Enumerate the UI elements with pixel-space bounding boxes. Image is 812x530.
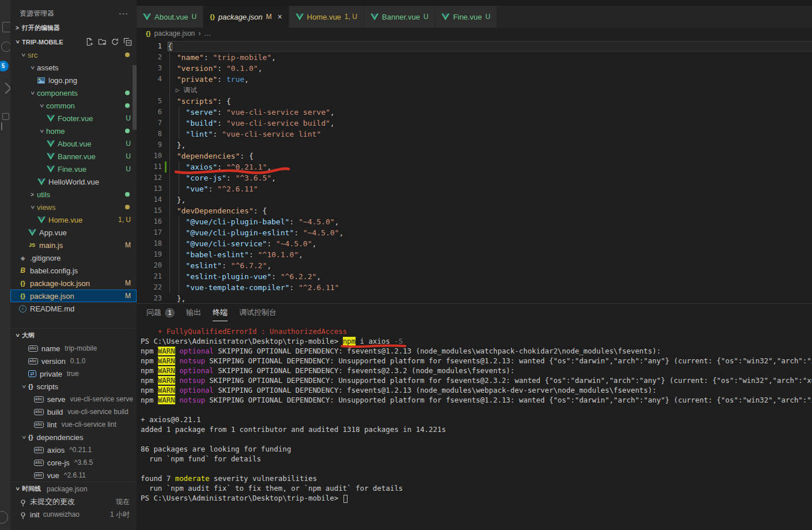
- tree-item-package-lock.json[interactable]: {}package-lock.jsonM: [10, 277, 137, 290]
- code-line-1[interactable]: 1{: [137, 41, 812, 52]
- outline-key: build: [47, 408, 63, 416]
- sidebar-scrollbar[interactable]: [133, 65, 137, 130]
- code-line-5[interactable]: 5 "scripts": {: [137, 96, 812, 107]
- panel-tab-输出[interactable]: 输出: [186, 304, 201, 321]
- tab-about-vue[interactable]: About.vueU: [137, 6, 203, 28]
- code-line-15[interactable]: 15 "devDependencies": {: [137, 205, 812, 216]
- tree-item-package.json[interactable]: {}package.jsonM: [10, 290, 137, 302]
- project-section-header[interactable]: > TRIP-MOBILE: [10, 35, 137, 48]
- code-line-18[interactable]: 18 "@vue/cli-service": "~4.5.0",: [137, 238, 812, 249]
- code-editor[interactable]: 1{2 "name": "trip-mobile",3 "version": "…: [137, 39, 812, 303]
- code-line-10[interactable]: 10 "dependencies": {: [137, 151, 812, 161]
- panel-tab-问题[interactable]: 问题1: [146, 304, 175, 321]
- activity-bar[interactable]: 5: [0, 0, 10, 530]
- tree-item-main.js[interactable]: JSmain.jsM: [10, 239, 137, 251]
- tree-item-readme.md[interactable]: iREADME.md: [10, 302, 137, 315]
- explorer-icon[interactable]: [2, 22, 10, 32]
- code-line-12[interactable]: 12 "core-js": "^3.6.5",: [137, 172, 812, 183]
- run-debug-icon[interactable]: [0, 82, 10, 94]
- breadcrumb[interactable]: {} package.json › …: [137, 28, 812, 39]
- tab-banner-vue[interactable]: Banner.vueU: [364, 6, 435, 28]
- collapse-all-icon[interactable]: [123, 37, 132, 46]
- tree-item-footer.vue[interactable]: Footer.vueU: [10, 112, 137, 125]
- views-more-icon[interactable]: ···: [119, 9, 129, 18]
- tree-item-home.vue[interactable]: Home.vue1, U: [10, 213, 137, 226]
- outline-item-dependencies[interactable]: >{}dependencies: [10, 431, 137, 443]
- tree-item-views[interactable]: >views: [10, 201, 137, 213]
- code-line-8[interactable]: 8 "lint": "vue-cli-service lint": [137, 129, 812, 140]
- code-line-13[interactable]: 13 "vue": "^2.6.11": [137, 183, 812, 194]
- codelens-row[interactable]: ▷ 调试: [137, 85, 812, 96]
- gutter-modified-indicator: [165, 161, 167, 172]
- code-line-7[interactable]: 7 "build": "vue-cli-service build",: [137, 118, 812, 129]
- tree-item-src[interactable]: >src: [10, 48, 137, 61]
- timeline-item[interactable]: 未提交的更改现在: [10, 495, 137, 508]
- tree-item-components[interactable]: >components: [10, 87, 137, 99]
- code-line-16[interactable]: 16 "@vue/cli-plugin-babel": "~4.5.0",: [137, 216, 812, 227]
- code-line-19[interactable]: 19 "babel-eslint": "^10.1.0",: [137, 249, 812, 260]
- outline-item-name[interactable]: abcnametrip-mobile: [10, 342, 137, 355]
- close-icon[interactable]: ×: [277, 12, 282, 21]
- tree-item-fine.vue[interactable]: Fine.vueU: [10, 163, 137, 175]
- tree-item-banner.vue[interactable]: Banner.vueU: [10, 150, 137, 163]
- outline-section-header[interactable]: > 大纲: [10, 328, 137, 342]
- outline-item-axios[interactable]: abcaxios^0.21.1: [10, 443, 137, 456]
- new-file-icon[interactable]: [85, 37, 94, 46]
- tab-fine-vue[interactable]: Fine.vueU: [435, 6, 497, 28]
- tree-item-babel.config.js[interactable]: Bbabel.config.js: [10, 264, 137, 277]
- tree-item-app.vue[interactable]: App.vue: [10, 226, 137, 239]
- outline-item-core-js[interactable]: abccore-js^3.6.5: [10, 456, 137, 469]
- terminal[interactable]: + FullyQualifiedErrorId : UnauthorizedAc…: [137, 321, 812, 530]
- panel-tab-终端[interactable]: 终端: [213, 304, 228, 321]
- outline-item-private[interactable]: ⇄privatetrue: [10, 367, 137, 380]
- outline-item-vue[interactable]: abcvue^2.6.11: [10, 469, 137, 482]
- refresh-icon[interactable]: [111, 37, 119, 46]
- tree-item-common[interactable]: >common: [10, 99, 137, 112]
- code-line-22[interactable]: 22 "vue-template-compiler": "^2.6.11": [137, 282, 812, 293]
- outline-item-scripts[interactable]: >{}scripts: [10, 380, 137, 393]
- settings-gear-icon[interactable]: [0, 511, 8, 524]
- outline-item-version[interactable]: abcversion0.1.0: [10, 355, 137, 367]
- panel-tab-调试控制台[interactable]: 调试控制台: [239, 304, 277, 321]
- outline-item-lint[interactable]: abclintvue-cli-service lint: [10, 418, 137, 431]
- code-line-4[interactable]: 4 "private": true,: [137, 74, 812, 85]
- open-editors-section[interactable]: > 打开的编辑器: [10, 21, 137, 35]
- line-number: 21: [137, 271, 162, 282]
- outline-value: true: [67, 370, 79, 378]
- code-line-21[interactable]: 21 "eslint-plugin-vue": "^6.2.2",: [137, 271, 812, 282]
- tree-item-helloworld.vue[interactable]: HelloWorld.vue: [10, 175, 137, 188]
- code-line-9[interactable]: 9 },: [137, 140, 812, 151]
- outline-key: serve: [47, 395, 66, 404]
- outline-item-serve[interactable]: abcservevue-cli-service serve: [10, 393, 137, 405]
- tab-bar: About.vueU{}package.jsonM×Home.vue1, UBa…: [137, 6, 812, 28]
- image-icon: [37, 77, 46, 84]
- breadcrumb-more[interactable]: …: [204, 29, 211, 37]
- tree-item-home[interactable]: >home: [10, 125, 137, 137]
- code-line-14[interactable]: 14 },: [137, 194, 812, 205]
- timeline-section-header[interactable]: > 时间线 package.json: [10, 482, 137, 495]
- tree-item-utils[interactable]: >utils: [10, 188, 137, 201]
- timeline-item[interactable]: initcunweizhao1 小时: [10, 508, 137, 521]
- extensions-icon[interactable]: [2, 113, 9, 120]
- tree-item-assets[interactable]: >assets: [10, 61, 137, 74]
- code-line-11[interactable]: 11 "axios": "^0.21.1",: [137, 161, 812, 172]
- file-label: utils: [37, 190, 50, 199]
- outline-item-build[interactable]: abcbuildvue-cli-service build: [10, 405, 137, 418]
- search-icon[interactable]: [1, 42, 10, 52]
- tree-item-about.vue[interactable]: About.vueU: [10, 137, 137, 150]
- tree-item-logo.png[interactable]: logo.png: [10, 74, 137, 87]
- code-line-20[interactable]: 20 "eslint": "^6.7.2",: [137, 260, 812, 271]
- breadcrumb-file[interactable]: package.json: [154, 29, 195, 37]
- code-line-6[interactable]: 6 "serve": "vue-cli-service serve",: [137, 107, 812, 118]
- code-line-3[interactable]: 3 "version": "0.1.0",: [137, 63, 812, 74]
- code-line-23[interactable]: 23 },: [137, 293, 812, 303]
- code-line-2[interactable]: 2 "name": "trip-mobile",: [137, 52, 812, 63]
- tab-home-vue[interactable]: Home.vue1, U: [289, 6, 364, 28]
- tab-package-json[interactable]: {}package.jsonM×: [203, 6, 289, 28]
- outline-tree: abcnametrip-mobileabcversion0.1.0⇄privat…: [10, 342, 137, 482]
- new-folder-icon[interactable]: [98, 37, 107, 46]
- symbol-string-icon: abc: [34, 472, 44, 479]
- symbol-string-icon: abc: [28, 345, 38, 352]
- tree-item-.gitignore[interactable]: ◆.gitignore: [10, 251, 137, 264]
- code-line-17[interactable]: 17 "@vue/cli-plugin-eslint": "~4.5.0",: [137, 227, 812, 238]
